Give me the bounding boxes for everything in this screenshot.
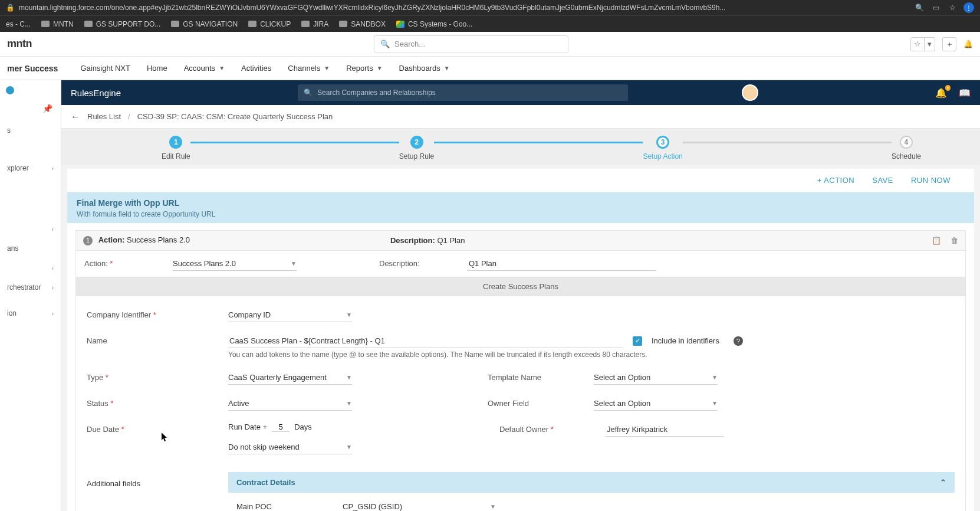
sidebar-item[interactable]: ion›: [0, 303, 61, 323]
skip-weekend-select[interactable]: Do not skip weekend▼: [228, 440, 352, 454]
main-poc-select[interactable]: CP_GSID (GSID)▼: [343, 500, 496, 512]
sidebar-item[interactable]: ›: [0, 220, 61, 238]
chevron-right-icon: ›: [51, 284, 54, 291]
favorite-dropdown[interactable]: ▾: [925, 37, 935, 51]
notification-icon[interactable]: 🔔•: [935, 87, 947, 99]
gdrive-icon: [396, 21, 405, 28]
save-button[interactable]: SAVE: [872, 176, 893, 185]
template-select[interactable]: Select an Option▼: [594, 371, 718, 385]
browser-address-bar: 🔒 mountain.lightning.force.com/one/one.a…: [0, 0, 980, 15]
run-now-button[interactable]: RUN NOW: [911, 176, 951, 185]
url-text: mountain.lightning.force.com/one/one.app…: [19, 4, 908, 12]
sidebar-item-orchestrator[interactable]: rchestrator›: [0, 277, 61, 297]
favorite-button[interactable]: ☆: [910, 37, 925, 51]
caret-down-icon: ▼: [712, 400, 718, 407]
sidebar-item-plans[interactable]: ans: [0, 238, 61, 258]
folder-icon: [84, 21, 93, 27]
salesforce-nav: mer Success Gainsight NXT Home Accounts▼…: [0, 57, 980, 80]
search-icon: 🔍: [304, 89, 313, 97]
bookmark-item[interactable]: es - C...: [6, 20, 31, 28]
bookmark-item[interactable]: GS SUPPORT DO...: [84, 20, 161, 28]
extension-icon[interactable]: ⋮: [963, 2, 974, 13]
back-button[interactable]: ←: [71, 112, 80, 122]
sidebar-item[interactable]: ›: [0, 258, 61, 277]
main-poc-label: Main POC: [236, 502, 319, 511]
contract-details-header[interactable]: Contract Details ⌃: [228, 472, 955, 493]
breadcrumb: ← Rules List / CSD-39 SP: CAAS: CSM: Cre…: [61, 105, 980, 129]
company-identifier-select[interactable]: Company ID▼: [228, 308, 352, 322]
gs-search[interactable]: 🔍 Search Companies and Relationships: [298, 84, 628, 101]
additional-fields-label: Additional fields: [87, 472, 216, 512]
add-action-button[interactable]: + ACTION: [817, 176, 855, 185]
delete-icon[interactable]: 🗑: [951, 236, 958, 245]
include-identifiers-label: Include in identifiers: [652, 336, 719, 345]
step-setup-action[interactable]: 3Setup Action: [643, 136, 682, 160]
chevron-down-icon: ▼: [377, 65, 383, 71]
nav-item-dashboards[interactable]: Dashboards▼: [399, 64, 450, 73]
type-select[interactable]: CaaS Quarterly Engagement▼: [228, 371, 352, 385]
gainsight-sidebar: 📌 s xplorer› › ans › rchestrator› ion›: [0, 80, 61, 511]
pin-icon[interactable]: 📌: [0, 104, 61, 120]
card-subtitle: With formula field to create Opportunity…: [77, 210, 965, 218]
chevron-down-icon: ▼: [444, 65, 450, 71]
bookmark-item[interactable]: MNTN: [41, 20, 74, 28]
nav-item-accounts[interactable]: Accounts▼: [184, 64, 225, 73]
notification-bell-icon[interactable]: 🔔: [963, 40, 973, 48]
action-bar: + ACTION SAVE RUN NOW: [67, 169, 974, 192]
action-block-header: 1 Action: Success Plans 2.0 Description:…: [76, 231, 965, 251]
nav-item-activities[interactable]: Activities: [241, 64, 271, 73]
bookmark-item[interactable]: CS Systems - Goo...: [396, 20, 472, 28]
caret-down-icon: ▼: [291, 260, 297, 267]
folder-icon: [41, 21, 50, 27]
user-avatar[interactable]: [742, 84, 758, 101]
name-hint: You can add tokens to the name (type @ t…: [228, 351, 955, 359]
salesforce-header: mntn 🔍 Search... ☆ ▾ ＋ 🔔: [0, 32, 980, 57]
copy-icon[interactable]: 📋: [932, 236, 941, 245]
cast-icon[interactable]: ▭: [930, 2, 941, 13]
chevron-right-icon: ›: [51, 264, 54, 271]
section-title: Create Success Plans: [76, 277, 965, 296]
module-title: RulesEngine: [71, 88, 121, 98]
bookmark-item[interactable]: CLICKUP: [248, 20, 291, 28]
breadcrumb-current: CSD-39 SP: CAAS: CSM: Create Quarterly S…: [137, 112, 333, 121]
chevron-right-icon: ›: [51, 225, 54, 232]
folder-icon: [339, 21, 347, 27]
action-number: 1: [83, 236, 93, 245]
global-add-button[interactable]: ＋: [942, 37, 956, 51]
help-icon[interactable]: ?: [734, 336, 743, 346]
step-setup-rule[interactable]: 2Setup Rule: [399, 136, 434, 160]
caret-down-icon: ▼: [490, 503, 496, 510]
org-logo: mntn: [7, 38, 32, 50]
status-select[interactable]: Active▼: [228, 397, 352, 411]
action-select[interactable]: Success Plans 2.0▼: [173, 257, 297, 271]
bookmark-item[interactable]: GS NAVIGATION: [171, 20, 238, 28]
bookmark-item[interactable]: JIRA: [301, 20, 328, 28]
star-icon[interactable]: ☆: [947, 2, 958, 13]
breadcrumb-link[interactable]: Rules List: [87, 112, 121, 121]
default-owner-input[interactable]: [606, 422, 724, 437]
chevron-up-icon: ⌃: [940, 478, 946, 487]
nav-item-channels[interactable]: Channels▼: [288, 64, 330, 73]
chevron-right-icon: ›: [51, 310, 54, 317]
sidebar-item-explorer[interactable]: xplorer›: [0, 158, 61, 178]
nav-item-reports[interactable]: Reports▼: [346, 64, 382, 73]
global-search[interactable]: 🔍 Search...: [374, 35, 568, 53]
chevron-down-icon: ▼: [219, 65, 225, 71]
owner-select[interactable]: Select an Option▼: [594, 397, 718, 411]
card-header: Final Merge with Opp URL With formula fi…: [67, 192, 974, 223]
caret-down-icon: ▼: [346, 444, 352, 450]
help-icon[interactable]: 📖: [959, 87, 971, 99]
name-input[interactable]: [228, 334, 623, 348]
folder-icon: [301, 21, 310, 27]
folder-icon: [248, 21, 256, 27]
step-edit-rule[interactable]: 1Edit Rule: [162, 136, 190, 160]
due-days-input[interactable]: [272, 422, 290, 432]
step-schedule[interactable]: 4Schedule: [892, 136, 921, 160]
description-input[interactable]: [468, 257, 656, 271]
bookmark-item[interactable]: SANDBOX: [339, 20, 386, 28]
nav-item-home[interactable]: Home: [147, 64, 167, 73]
include-identifiers-checkbox[interactable]: ✓: [633, 336, 642, 346]
translate-icon[interactable]: 🔍: [914, 2, 925, 13]
sidebar-item[interactable]: s: [0, 120, 61, 140]
nav-item-gainsight[interactable]: Gainsight NXT: [80, 64, 130, 73]
